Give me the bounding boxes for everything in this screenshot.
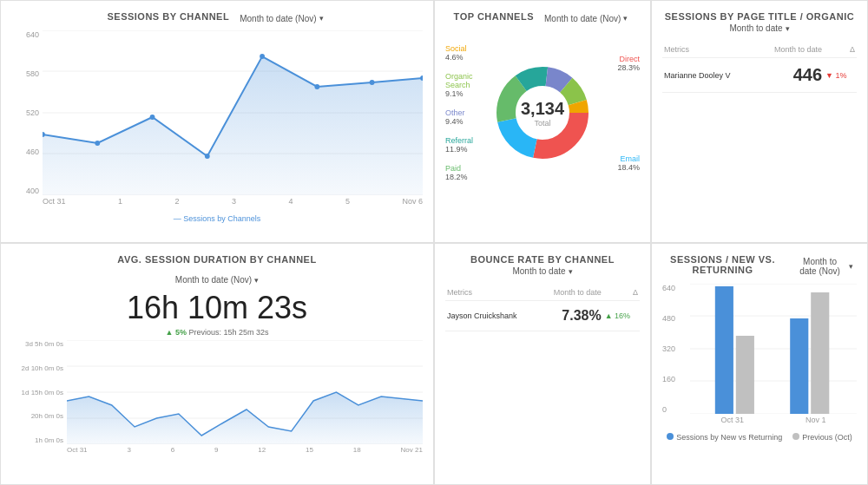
avg-session-dropdown[interactable]: Month to date (Nov) xyxy=(172,273,262,286)
bounce-rate-panel: BOUNCE RATE BY CHANNEL Month to date Met… xyxy=(434,243,651,485)
sessions-channel-header: SESSIONS BY CHANNEL Month to date (Nov) xyxy=(11,11,423,25)
col-month: Month to date xyxy=(755,42,824,58)
avg-session-duration: 16h 10m 23s xyxy=(11,290,423,326)
legend-new: Sessions by New vs Returning xyxy=(676,433,782,442)
row-value: 446 xyxy=(755,58,824,93)
sessions-channel-svg-area xyxy=(43,30,423,195)
bounce-row-name: Jayson Cruickshank xyxy=(445,301,538,331)
top-channels-dropdown[interactable]: Month to date (Nov) xyxy=(541,12,631,25)
sessions-new-return-dropdown[interactable]: Month to date (Nov) xyxy=(790,255,857,278)
col-delta: Δ xyxy=(824,42,857,58)
sessions-page-dropdown[interactable]: Month to date xyxy=(726,22,792,35)
donut-labels-right: Direct28.3% Email18.4% xyxy=(588,30,640,195)
avg-session-prev-label: Previous: 15h 25m 32s xyxy=(188,328,268,337)
bounce-row-value: 7.38% xyxy=(538,301,603,331)
bounce-col-metrics: Metrics xyxy=(445,285,538,301)
svg-point-9 xyxy=(205,154,210,159)
top-channels-panel: TOP CHANNELS Month to date (Nov) Social4… xyxy=(434,0,651,243)
svg-rect-35 xyxy=(790,318,808,414)
row-name: Marianne Dooley V xyxy=(662,58,755,93)
bounce-rate-title: BOUNCE RATE BY CHANNEL xyxy=(470,254,615,265)
bounce-col-delta: Δ xyxy=(603,285,640,301)
avg-session-title: AVG. SESSION DURATION BY CHANNEL xyxy=(117,254,316,265)
svg-point-11 xyxy=(314,84,319,89)
svg-point-7 xyxy=(95,141,100,146)
bounce-rate-table: Metrics Month to date Δ Jayson Cruicksha… xyxy=(445,285,640,331)
col-metrics: Metrics xyxy=(662,42,755,58)
avg-session-prev: ▲ 5% Previous: 15h 25m 32s xyxy=(11,328,423,337)
svg-rect-33 xyxy=(715,286,733,414)
bounce-rate-dropdown[interactable]: Month to date xyxy=(509,265,575,278)
sessions-page-title: SESSIONS BY PAGE TITLE / ORGANIC xyxy=(665,11,855,22)
avg-session-x-axis: Oct 31 3 6 9 12 15 18 Nov 21 xyxy=(67,446,423,462)
bar-x-labels: Oct 31 Nov 1 xyxy=(690,416,857,431)
svg-marker-5 xyxy=(43,56,423,195)
sessions-channel-title: SESSIONS BY CHANNEL xyxy=(107,11,229,22)
avg-session-dropdown-wrap: Month to date (Nov) xyxy=(11,273,423,286)
sessions-new-return-panel: SESSIONS / NEW VS. RETURNING Month to da… xyxy=(651,243,868,485)
svg-rect-36 xyxy=(811,292,829,414)
dashboard: SESSIONS BY CHANNEL Month to date (Nov) … xyxy=(0,0,868,485)
sessions-channel-legend: Sessions by Channels xyxy=(11,214,423,223)
avg-session-chart: 3d 5h 0m 0s 2d 10h 0m 0s 1d 15h 0m 0s 20… xyxy=(11,340,423,462)
top-channels-header: TOP CHANNELS Month to date (Nov) xyxy=(445,11,640,25)
bounce-rate-header: BOUNCE RATE BY CHANNEL Month to date xyxy=(445,254,640,278)
bar-svg-wrap xyxy=(690,284,857,414)
sessions-channel-dropdown[interactable]: Month to date (Nov) xyxy=(236,12,326,25)
top-channels-donut: Social4.6% OrganicSearch9.1% Other9.4% R… xyxy=(445,30,640,195)
donut-labels-left: Social4.6% OrganicSearch9.1% Other9.4% R… xyxy=(445,30,506,195)
bar-y-labels: 640 480 320 160 0 xyxy=(662,284,687,414)
sessions-channel-y-axis: 640 580 520 460 400 xyxy=(11,30,39,195)
svg-rect-34 xyxy=(736,336,754,414)
sessions-channel-chart: 640 580 520 460 400 xyxy=(11,30,423,213)
sessions-channel-panel: SESSIONS BY CHANNEL Month to date (Nov) … xyxy=(0,0,434,243)
svg-marker-27 xyxy=(67,392,423,444)
sessions-page-header: SESSIONS BY PAGE TITLE / ORGANIC Month t… xyxy=(662,11,857,35)
sessions-new-return-chart: 640 480 320 160 0 xyxy=(662,284,857,431)
svg-point-21 xyxy=(516,87,569,139)
avg-session-svg-wrap xyxy=(67,340,423,444)
sessions-page-table: Metrics Month to date Δ Marianne Dooley … xyxy=(662,42,857,93)
row-delta: ▼ 1% xyxy=(824,58,857,93)
svg-point-8 xyxy=(150,115,155,120)
bounce-col-month: Month to date xyxy=(538,285,603,301)
svg-point-10 xyxy=(260,54,265,59)
avg-session-header: AVG. SESSION DURATION BY CHANNEL xyxy=(11,254,423,268)
avg-session-panel: AVG. SESSION DURATION BY CHANNEL Month t… xyxy=(0,243,434,485)
top-channels-title: TOP CHANNELS xyxy=(454,11,534,22)
avg-session-pct: ▲ 5% xyxy=(165,328,186,337)
sessions-page-panel: SESSIONS BY PAGE TITLE / ORGANIC Month t… xyxy=(651,0,868,243)
bounce-row-delta: ▲ 16% xyxy=(603,301,640,331)
bounce-table-row: Jayson Cruickshank 7.38% ▲ 16% xyxy=(445,301,640,331)
avg-session-y-axis: 3d 5h 0m 0s 2d 10h 0m 0s 1d 15h 0m 0s 20… xyxy=(11,340,63,444)
table-row: Marianne Dooley V 446 ▼ 1% xyxy=(662,58,857,93)
sessions-new-return-header: SESSIONS / NEW VS. RETURNING Month to da… xyxy=(662,254,857,279)
svg-point-12 xyxy=(370,80,375,85)
sessions-new-return-title: SESSIONS / NEW VS. RETURNING xyxy=(662,254,783,275)
sessions-channel-x-axis: Oct 31 1 2 3 4 5 Nov 6 xyxy=(43,197,423,213)
sessions-new-return-legend: Sessions by New vs Returning Previous (O… xyxy=(662,433,857,442)
legend-prev: Previous (Oct) xyxy=(802,433,852,442)
